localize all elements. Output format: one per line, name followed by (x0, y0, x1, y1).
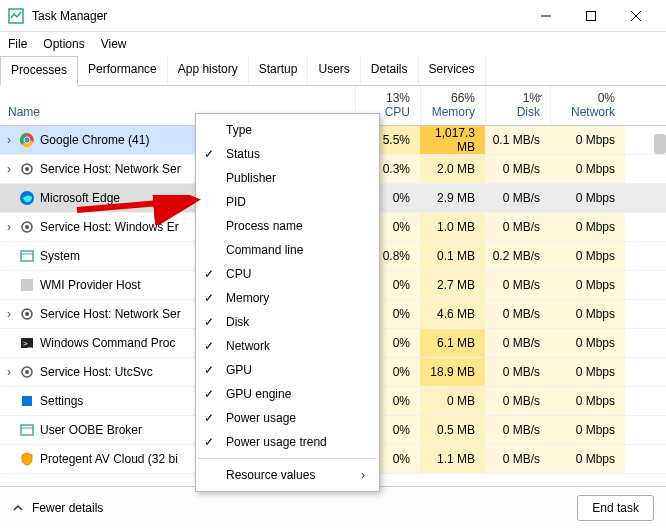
gear-icon (18, 364, 36, 380)
app-icon (18, 277, 36, 293)
network-cell: 0 Mbps (550, 358, 625, 386)
svg-text:>_: >_ (23, 339, 33, 348)
context-menu-item[interactable]: Type (196, 118, 379, 142)
settings-icon (18, 393, 36, 409)
chevron-right-icon: › (361, 468, 369, 482)
menu-file[interactable]: File (8, 37, 27, 51)
network-cell: 0 Mbps (550, 126, 625, 154)
svg-point-7 (24, 137, 30, 143)
column-context-menu: Type✓StatusPublisherPIDProcess nameComma… (195, 113, 380, 492)
gear-icon (18, 219, 36, 235)
shield-icon (18, 451, 36, 467)
context-menu-item[interactable]: ✓Power usage trend (196, 430, 379, 454)
header-network[interactable]: 0%Network (550, 86, 625, 125)
tab-users[interactable]: Users (308, 56, 360, 85)
tab-services[interactable]: Services (419, 56, 486, 85)
expand-icon[interactable]: › (0, 307, 18, 321)
context-menu-item[interactable]: Process name (196, 214, 379, 238)
context-menu-item[interactable]: ✓Network (196, 334, 379, 358)
memory-cell: 1,017.3 MB (420, 126, 485, 154)
window-icon (18, 248, 36, 264)
scrollbar-thumb[interactable] (654, 134, 666, 154)
context-menu-item[interactable]: ✓GPU engine (196, 382, 379, 406)
maximize-button[interactable] (568, 2, 613, 30)
expand-icon[interactable]: › (0, 133, 18, 147)
svg-rect-2 (586, 11, 595, 20)
menubar: File Options View (0, 32, 666, 56)
network-cell: 0 Mbps (550, 300, 625, 328)
tab-startup[interactable]: Startup (249, 56, 309, 85)
svg-point-17 (25, 312, 29, 316)
network-cell: 0 Mbps (550, 213, 625, 241)
memory-cell: 4.6 MB (420, 300, 485, 328)
memory-cell: 0.1 MB (420, 242, 485, 270)
gear-icon (18, 161, 36, 177)
check-icon: ✓ (204, 291, 214, 305)
expand-icon[interactable]: › (0, 365, 18, 379)
context-menu-item[interactable]: ✓GPU (196, 358, 379, 382)
context-menu-item[interactable]: Command line (196, 238, 379, 262)
memory-cell: 2.9 MB (420, 184, 485, 212)
menu-options[interactable]: Options (43, 37, 84, 51)
svg-rect-23 (21, 425, 33, 435)
disk-cell: 0 MB/s (485, 184, 550, 212)
tab-processes[interactable]: Processes (0, 56, 78, 86)
context-menu-item[interactable]: ✓Disk (196, 310, 379, 334)
header-disk[interactable]: 1%Disk⌄ (485, 86, 550, 125)
fewer-details-toggle[interactable]: Fewer details (12, 501, 577, 515)
chrome-icon (18, 132, 36, 148)
tab-app-history[interactable]: App history (168, 56, 249, 85)
context-menu-item[interactable]: ✓Power usage (196, 406, 379, 430)
titlebar: Task Manager (0, 0, 666, 32)
memory-cell: 0.5 MB (420, 416, 485, 444)
chevron-up-icon (12, 502, 24, 514)
context-menu-item[interactable]: Publisher (196, 166, 379, 190)
check-icon: ✓ (204, 339, 214, 353)
network-cell: 0 Mbps (550, 445, 625, 473)
tab-details[interactable]: Details (361, 56, 419, 85)
svg-point-12 (25, 225, 29, 229)
minimize-button[interactable] (523, 2, 568, 30)
menu-view[interactable]: View (101, 37, 127, 51)
disk-cell: 0 MB/s (485, 329, 550, 357)
window-title: Task Manager (32, 9, 523, 23)
expand-icon[interactable]: › (0, 162, 18, 176)
disk-cell: 0 MB/s (485, 213, 550, 241)
memory-cell: 0 MB (420, 387, 485, 415)
network-cell: 0 Mbps (550, 184, 625, 212)
edge-icon (18, 190, 36, 206)
network-cell: 0 Mbps (550, 242, 625, 270)
check-icon: ✓ (204, 435, 214, 449)
svg-point-9 (25, 167, 29, 171)
svg-rect-15 (21, 279, 33, 291)
context-menu-item[interactable]: ✓CPU (196, 262, 379, 286)
disk-cell: 0 MB/s (485, 271, 550, 299)
context-menu-item[interactable]: ✓Status (196, 142, 379, 166)
disk-cell: 0 MB/s (485, 387, 550, 415)
close-button[interactable] (613, 2, 658, 30)
memory-cell: 1.0 MB (420, 213, 485, 241)
disk-cell: 0 MB/s (485, 416, 550, 444)
end-task-button[interactable]: End task (577, 495, 654, 521)
header-memory[interactable]: 66%Memory (420, 86, 485, 125)
context-menu-resource-values[interactable]: Resource values› (196, 463, 379, 487)
network-cell: 0 Mbps (550, 387, 625, 415)
check-icon: ✓ (204, 411, 214, 425)
network-cell: 0 Mbps (550, 416, 625, 444)
context-menu-item[interactable]: ✓Memory (196, 286, 379, 310)
memory-cell: 18.9 MB (420, 358, 485, 386)
disk-cell: 0 MB/s (485, 300, 550, 328)
chevron-down-icon: ⌄ (536, 88, 544, 99)
context-menu-item[interactable]: PID (196, 190, 379, 214)
memory-cell: 2.7 MB (420, 271, 485, 299)
tabs: Processes Performance App history Startu… (0, 56, 666, 86)
disk-cell: 0 MB/s (485, 445, 550, 473)
check-icon: ✓ (204, 387, 214, 401)
cmd-icon: >_ (18, 335, 36, 351)
svg-rect-13 (21, 251, 33, 261)
expand-icon[interactable]: › (0, 220, 18, 234)
tab-performance[interactable]: Performance (78, 56, 168, 85)
network-cell: 0 Mbps (550, 155, 625, 183)
disk-cell: 0.2 MB/s (485, 242, 550, 270)
disk-cell: 0 MB/s (485, 155, 550, 183)
